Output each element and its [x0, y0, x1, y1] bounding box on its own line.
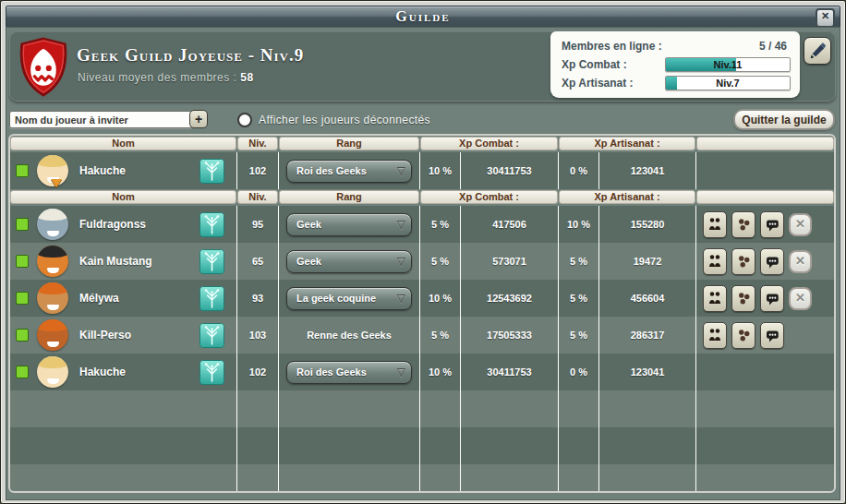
chat-button[interactable] — [760, 285, 784, 312]
pencil-icon — [807, 40, 828, 60]
member-level: 102 — [249, 366, 266, 378]
chat-bubble-icon — [764, 327, 780, 343]
column-header-rank: Rang — [279, 190, 419, 204]
combat-xp-percent: 5 % — [431, 219, 449, 230]
avatar-hair — [37, 356, 68, 368]
combat-xp-value: 17505333 — [487, 330, 532, 341]
guild-average-label: Niveau moyen des membres : — [78, 71, 236, 84]
title-bar: Guilde ✕ — [6, 6, 840, 28]
chat-button[interactable] — [760, 211, 784, 238]
member-avatar — [37, 209, 68, 240]
member-flag-icon — [51, 179, 62, 187]
combat-xp-value: 30411753 — [487, 165, 531, 176]
column-header-combat-xp: Xp Combat : — [420, 190, 558, 204]
combat-xp-level: Niv.11 — [666, 58, 790, 71]
guild-emblem-icon — [17, 35, 70, 100]
rank-value: La geek coquine — [296, 293, 397, 304]
group-button[interactable] — [731, 322, 755, 349]
members-online-value: 5 / 46 — [665, 40, 791, 53]
rank-value: Roi des Geeks — [296, 366, 397, 378]
combat-xp-percent: 10 % — [429, 366, 452, 378]
window-content: Geek Guild Joyeuse - Niv.9 Niveau moyen … — [6, 27, 840, 500]
avatar-mouth — [47, 231, 59, 236]
avatar-hair — [37, 246, 68, 258]
member-row: Kill-Perso 103 Renne des Geeks ▽ Renne d… — [10, 317, 834, 354]
party-invite-button[interactable] — [703, 322, 727, 349]
kick-button[interactable]: ✕ — [789, 250, 812, 273]
add-member-button[interactable]: + — [189, 110, 208, 128]
group-button[interactable] — [731, 211, 755, 238]
craft-xp-value: 456604 — [631, 293, 665, 304]
party-invite-button[interactable] — [703, 285, 727, 312]
dots-icon — [735, 216, 752, 233]
close-button[interactable]: ✕ — [816, 8, 835, 28]
rank-label: Renne des Geeks — [307, 330, 392, 341]
avatar-mouth — [47, 305, 59, 310]
kick-button[interactable]: ✕ — [789, 287, 812, 310]
chat-button[interactable] — [760, 322, 784, 349]
craft-xp-value: 123041 — [631, 366, 665, 378]
chat-bubble-icon — [764, 253, 780, 270]
member-name: Fuldragonss — [79, 218, 146, 231]
guild-crest-icon — [199, 323, 224, 348]
guild-average-value: 58 — [240, 71, 253, 84]
member-level: 93 — [252, 293, 263, 304]
window-title: Guilde — [6, 8, 840, 25]
rank-dropdown[interactable]: La geek coquine ▽ — [286, 287, 412, 310]
chat-bubble-icon — [764, 290, 780, 306]
party-invite-button[interactable] — [703, 211, 727, 238]
show-offline-label: Afficher les joueurs déconnectés — [259, 114, 430, 126]
member-row: Kain Mustang 65 Geek ▽ Geek 5 % 573071 5… — [10, 243, 834, 280]
kick-button[interactable]: ✕ — [789, 213, 812, 236]
table-header-row: Nom Niv. Rang Xp Combat : Xp Artisanat : — [10, 137, 834, 150]
column-header-combat-xp: Xp Combat : — [420, 137, 558, 150]
member-avatar — [37, 282, 68, 314]
column-header-level: Niv. — [237, 190, 278, 204]
show-offline-checkbox[interactable] — [237, 113, 252, 127]
members-list: Fuldragonss 95 Geek ▽ Geek 5 % 417506 10… — [10, 206, 834, 390]
combat-xp-value: 12543692 — [487, 293, 532, 304]
member-level: 95 — [252, 219, 263, 230]
chevron-down-icon: ▽ — [397, 366, 405, 378]
rank-dropdown[interactable]: Roi des Geeks ▽ — [286, 160, 412, 183]
rank-value: Geek — [296, 219, 397, 230]
column-header-name: Nom — [10, 190, 236, 204]
member-row: Mélywa 93 La geek coquine ▽ La geek coqu… — [10, 280, 834, 317]
craft-xp-value: 286317 — [631, 330, 665, 341]
chevron-down-icon: ▽ — [397, 256, 405, 267]
member-name: Hakuche — [79, 164, 126, 177]
craft-xp-label: Xp Artisanat : — [562, 77, 665, 90]
member-level: 102 — [249, 165, 266, 176]
rank-dropdown[interactable]: Geek ▽ — [286, 250, 412, 273]
member-name: Kill-Perso — [79, 329, 131, 342]
craft-xp-value: 123041 — [631, 165, 665, 176]
edit-guild-button[interactable] — [804, 37, 831, 65]
column-header-craft-xp: Xp Artisanat : — [559, 190, 695, 204]
guild-crest-icon — [199, 249, 224, 274]
invite-player-input[interactable] — [9, 111, 192, 128]
party-invite-button[interactable] — [703, 248, 727, 275]
empty-row — [10, 464, 834, 491]
rank-dropdown[interactable]: Geek ▽ — [286, 213, 412, 236]
guild-window: Guilde ✕ Geek Guild Joyeuse - Niv.9 Nive… — [0, 0, 846, 504]
chat-bubble-icon — [764, 216, 780, 233]
chevron-down-icon: ▽ — [397, 219, 405, 230]
online-status-icon — [16, 329, 29, 342]
guild-crest-icon — [199, 360, 224, 385]
craft-xp-percent: 10 % — [567, 219, 590, 230]
guild-crest-icon — [199, 159, 224, 184]
guild-stats-panel: Membres en ligne : 5 / 46 Xp Combat : Ni… — [550, 31, 800, 98]
member-row: Hakuche 102 Roi des Geeks ▽ Roi des Geek… — [10, 152, 834, 189]
people-icon — [707, 290, 723, 306]
rank-value: Geek — [296, 256, 397, 267]
chat-button[interactable] — [760, 248, 784, 275]
column-header-level: Niv. — [237, 137, 278, 150]
combat-xp-percent: 5 % — [431, 330, 449, 341]
quit-guild-button[interactable]: Quitter la guilde — [733, 109, 835, 130]
rank-dropdown[interactable]: Roi des Geeks ▽ — [286, 361, 412, 384]
empty-row — [10, 427, 834, 464]
guild-crest-icon — [199, 286, 224, 311]
group-button[interactable] — [731, 248, 755, 275]
group-button[interactable] — [731, 285, 755, 312]
combat-xp-bar: Niv.11 — [665, 57, 791, 72]
